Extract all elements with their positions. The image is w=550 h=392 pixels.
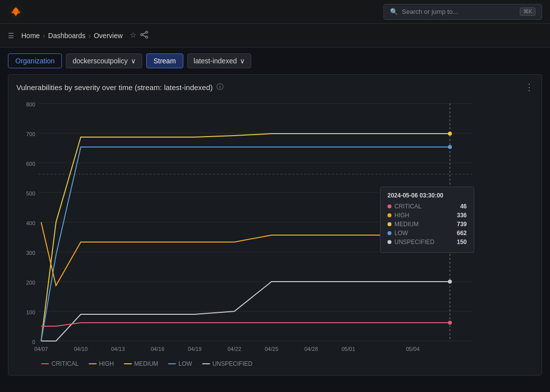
svg-text:700: 700: [26, 131, 35, 137]
policy-label: dockerscoutpolicy: [72, 57, 127, 65]
search-icon: 🔍: [390, 8, 398, 15]
svg-point-36: [448, 132, 452, 136]
svg-line-4: [143, 33, 146, 34]
tooltip-row-low: LOW 662: [387, 230, 467, 237]
svg-text:800: 800: [26, 101, 35, 107]
indexed-label: latest-indexed: [194, 57, 237, 65]
svg-text:600: 600: [26, 161, 35, 167]
search-placeholder: Search or jump to...: [402, 8, 458, 15]
breadcrumb-home[interactable]: Home: [21, 32, 40, 40]
tooltip-value-low: 662: [457, 230, 467, 237]
legend-unspecified: UNSPECIFIED: [202, 360, 253, 367]
stream-tab[interactable]: Stream: [146, 53, 183, 68]
svg-text:04/13: 04/13: [111, 346, 125, 352]
grafana-logo[interactable]: [8, 4, 24, 20]
tooltip-label-low: LOW: [394, 230, 450, 237]
chart-legend: CRITICAL HIGH MEDIUM LOW UNSPECIFIED: [16, 360, 534, 367]
tooltip-label-unspecified: UNSPECIFIED: [394, 239, 450, 245]
medium-color-dot: [387, 222, 391, 226]
svg-text:400: 400: [26, 220, 35, 226]
organization-tab[interactable]: Organization: [8, 53, 62, 68]
legend-dot-low: [168, 363, 176, 364]
svg-line-5: [143, 35, 146, 37]
high-color-dot: [387, 213, 391, 217]
legend-critical: CRITICAL: [41, 360, 79, 367]
tooltip-value-medium: 739: [457, 221, 467, 228]
legend-high: HIGH: [89, 360, 114, 367]
policy-chevron-icon: ∨: [131, 57, 136, 65]
star-icon[interactable]: ☆: [130, 31, 136, 40]
svg-text:04/22: 04/22: [227, 346, 241, 352]
legend-label-unspecified: UNSPECIFIED: [213, 360, 253, 367]
tooltip-row-unspecified: UNSPECIFIED 150: [387, 239, 467, 245]
legend-dot-unspecified: [202, 363, 210, 364]
breadcrumb-actions: ☆: [130, 31, 148, 40]
svg-text:05/04: 05/04: [406, 346, 420, 352]
menu-icon[interactable]: ☰: [8, 32, 14, 40]
legend-low: LOW: [168, 360, 192, 367]
info-icon[interactable]: ⓘ: [217, 83, 223, 92]
tooltip-row-medium: MEDIUM 739: [387, 221, 467, 228]
svg-point-39: [448, 280, 452, 284]
chart-area: 800 700 600 500 400 300 200 100 0 04/: [16, 98, 534, 356]
svg-text:0: 0: [32, 339, 35, 345]
breadcrumb-sep1: ›: [43, 32, 45, 40]
svg-text:200: 200: [26, 280, 35, 286]
tooltip-row-high: HIGH 336: [387, 212, 467, 219]
tooltip-label-high: HIGH: [394, 212, 450, 219]
breadcrumb-bar: ☰ Home › Dashboards › Overview ☆: [0, 24, 550, 48]
low-color-dot: [387, 231, 391, 235]
legend-dot-high: [89, 363, 97, 364]
legend-dot-medium: [124, 363, 132, 364]
keyboard-shortcut: ⌘K: [520, 7, 536, 16]
policy-dropdown[interactable]: dockerscoutpolicy ∨: [66, 53, 142, 68]
svg-text:04/16: 04/16: [151, 346, 165, 352]
legend-dot-critical: [41, 363, 49, 364]
share-icon[interactable]: [140, 31, 148, 40]
svg-text:300: 300: [26, 250, 35, 256]
chart-menu-button[interactable]: ⋮: [525, 83, 534, 92]
tooltip-label-medium: MEDIUM: [394, 221, 450, 228]
indexed-dropdown[interactable]: latest-indexed ∨: [187, 53, 251, 68]
filter-bar: Organization dockerscoutpolicy ∨ Stream …: [0, 48, 550, 74]
unspecified-color-dot: [387, 240, 391, 244]
svg-point-2: [141, 34, 143, 36]
chart-tooltip: 2024-05-06 03:30:00 CRITICAL 46 HIGH 336…: [380, 187, 474, 253]
search-bar[interactable]: 🔍 Search or jump to... ⌘K: [384, 4, 542, 20]
legend-label-critical: CRITICAL: [52, 360, 79, 367]
tooltip-value-high: 336: [457, 212, 467, 219]
svg-text:100: 100: [26, 309, 35, 315]
breadcrumb-current: Overview: [94, 32, 122, 40]
legend-label-high: HIGH: [99, 360, 114, 367]
svg-point-3: [146, 36, 148, 38]
critical-color-dot: [387, 204, 391, 208]
svg-text:500: 500: [26, 191, 35, 196]
indexed-chevron-icon: ∨: [240, 57, 245, 65]
breadcrumb-dashboards[interactable]: Dashboards: [48, 32, 86, 40]
tooltip-label-critical: CRITICAL: [394, 203, 453, 210]
chart-panel: Vulnerabilities by severity over time (s…: [8, 74, 542, 376]
legend-label-medium: MEDIUM: [134, 360, 159, 367]
tooltip-value-critical: 46: [460, 203, 467, 210]
svg-text:05/01: 05/01: [341, 346, 355, 352]
svg-point-1: [146, 31, 148, 33]
svg-text:04/10: 04/10: [74, 346, 88, 352]
legend-medium: MEDIUM: [124, 360, 159, 367]
tooltip-value-unspecified: 150: [457, 239, 467, 245]
tooltip-date: 2024-05-06 03:30:00: [387, 192, 467, 199]
tooltip-row-critical: CRITICAL 46: [387, 203, 467, 210]
chart-header: Vulnerabilities by severity over time (s…: [16, 83, 534, 92]
svg-text:04/28: 04/28: [304, 346, 318, 352]
legend-label-low: LOW: [178, 360, 192, 367]
topbar: 🔍 Search or jump to... ⌘K: [0, 0, 550, 24]
chart-title: Vulnerabilities by severity over time (s…: [16, 83, 213, 92]
svg-point-37: [448, 145, 452, 149]
svg-text:04/25: 04/25: [265, 346, 278, 352]
svg-point-40: [448, 321, 452, 325]
svg-text:04/07: 04/07: [34, 346, 48, 352]
breadcrumb-sep2: ›: [89, 32, 91, 40]
svg-text:04/19: 04/19: [188, 346, 202, 352]
